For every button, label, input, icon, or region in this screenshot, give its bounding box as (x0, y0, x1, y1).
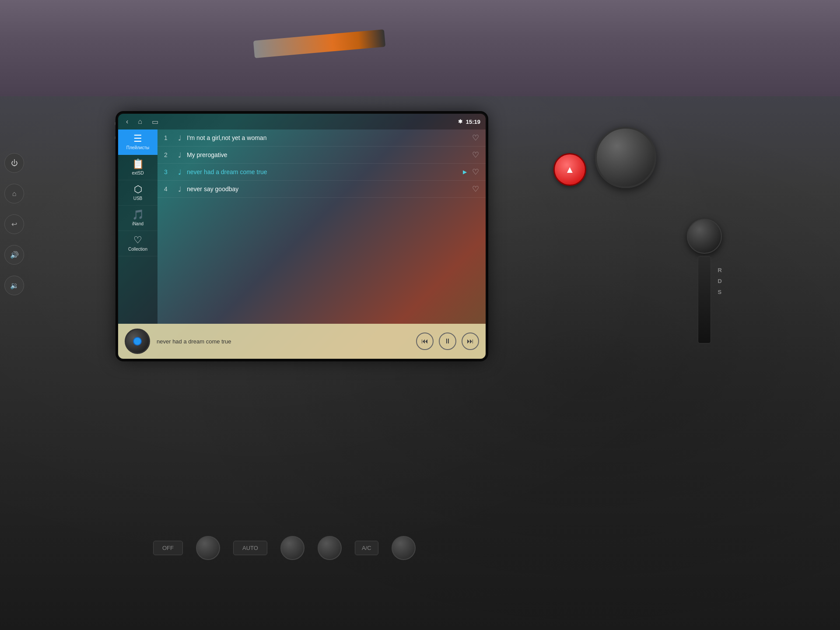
song-title-1: I'm not a girl,not yet a woman (187, 134, 467, 141)
sidebar-item-usb[interactable]: ⬡ USB (118, 180, 158, 206)
gear-stick (698, 256, 711, 343)
temp-knob[interactable] (280, 536, 304, 560)
play-indicator: ▶ (463, 169, 467, 175)
usb-label: USB (133, 196, 143, 201)
music-note-3: ♩ (178, 168, 182, 176)
gear-shifter-area: R D S (687, 219, 722, 346)
clock-display: 15:19 (466, 119, 480, 125)
sidebar-item-playlists[interactable]: ☰ Плейлисты (118, 130, 158, 155)
gear-knob[interactable] (687, 219, 722, 254)
pause-button[interactable]: ⏸ (439, 332, 456, 350)
recirculate-knob[interactable] (392, 536, 416, 560)
now-playing-bar: never had a dream come true ⏮ ⏸ ⏭ (118, 324, 486, 359)
song-list: 1 ♩ I'm not a girl,not yet a woman ♡ 2 ♩… (158, 130, 486, 324)
song-item-3[interactable]: 3 ♩ never had a dream come true ▶ ♡ (158, 164, 486, 181)
right-knob[interactable] (595, 127, 656, 188)
status-bar: ‹ ⌂ ▭ ✱ 15:19 (118, 114, 486, 130)
album-art-center-dot (133, 337, 142, 346)
heart-button-4[interactable]: ♡ (472, 184, 479, 194)
song-item-2[interactable]: 2 ♩ My prerogative ♡ (158, 147, 486, 164)
home-nav-button[interactable]: ⌂ (135, 118, 145, 126)
music-note-4: ♩ (178, 185, 182, 193)
heart-button-3[interactable]: ♡ (472, 167, 479, 177)
collection-icon: ♡ (133, 235, 142, 245)
bluetooth-icon: ✱ (458, 119, 462, 125)
playlists-icon: ☰ (133, 134, 142, 144)
inand-icon: 🎵 (132, 210, 144, 220)
back-button[interactable]: ↩ (4, 214, 24, 234)
status-nav-buttons: ‹ ⌂ ▭ (123, 118, 161, 126)
volume-up-button[interactable]: 🔊 (4, 245, 24, 265)
player-controls: ⏮ ⏸ ⏭ (416, 332, 479, 350)
song-number-1: 1 (164, 134, 173, 141)
inand-label: iNand (132, 221, 144, 226)
song-title-2: My prerogative (187, 151, 467, 158)
side-buttons-panel: ⏻ ⌂ ↩ 🔊 🔉 (4, 153, 24, 295)
dashboard-top (0, 0, 840, 96)
collection-label: Collection (128, 247, 147, 252)
heart-button-1[interactable]: ♡ (472, 133, 479, 143)
sidebar-item-collection[interactable]: ♡ Collection (118, 231, 158, 256)
volume-down-button[interactable]: 🔉 (4, 276, 24, 295)
prev-button[interactable]: ⏮ (416, 332, 434, 350)
screen-display: ‹ ⌂ ▭ ✱ 15:19 ☰ Плейлисты 📋 ex (118, 114, 486, 359)
auto-button[interactable]: AUTO (233, 541, 267, 555)
gear-s: S (718, 289, 722, 295)
hazard-button[interactable]: ▲ (553, 153, 586, 186)
now-playing-title: never had a dream come true (157, 338, 410, 345)
mode-knob[interactable] (318, 536, 342, 560)
recent-nav-button[interactable]: ▭ (149, 118, 161, 126)
home-button[interactable]: ⌂ (4, 184, 24, 203)
status-right-area: ✱ 15:19 (458, 119, 480, 125)
song-number-2: 2 (164, 151, 173, 158)
extsd-label: extSD (132, 171, 144, 175)
usb-icon: ⬡ (134, 185, 142, 194)
next-button[interactable]: ⏭ (462, 332, 479, 350)
music-note-2: ♩ (178, 151, 182, 159)
playlists-label: Плейлисты (126, 145, 149, 150)
gear-r: R (718, 267, 722, 273)
car-screen: ‹ ⌂ ▭ ✱ 15:19 ☰ Плейлисты 📋 ex (118, 114, 486, 359)
song-title-3: never had a dream come true (187, 168, 458, 175)
song-title-4: never say goodbay (187, 186, 467, 192)
power-button[interactable]: ⏻ (4, 153, 24, 173)
back-nav-button[interactable]: ‹ (123, 118, 131, 126)
song-number-4: 4 (164, 186, 173, 192)
ac-button[interactable]: A/C (355, 541, 378, 555)
sidebar: ☰ Плейлисты 📋 extSD ⬡ USB 🎵 iNand (118, 130, 158, 324)
main-content-area: ☰ Плейлисты 📋 extSD ⬡ USB 🎵 iNand (118, 130, 486, 324)
song-number-3: 3 (164, 168, 173, 175)
sidebar-item-inand[interactable]: 🎵 iNand (118, 206, 158, 231)
extsd-icon: 📋 (132, 159, 144, 169)
sidebar-item-extsd[interactable]: 📋 extSD (118, 155, 158, 180)
heart-button-2[interactable]: ♡ (472, 150, 479, 160)
song-item-4[interactable]: 4 ♩ never say goodbay ♡ (158, 181, 486, 198)
song-item-1[interactable]: 1 ♩ I'm not a girl,not yet a woman ♡ (158, 130, 486, 147)
music-note-1: ♩ (178, 134, 182, 142)
album-art (125, 329, 150, 354)
gear-d: D (718, 278, 722, 284)
off-button[interactable]: OFF (153, 541, 183, 555)
fan-speed-knob[interactable] (196, 536, 220, 560)
climate-controls: OFF AUTO A/C (153, 536, 416, 560)
